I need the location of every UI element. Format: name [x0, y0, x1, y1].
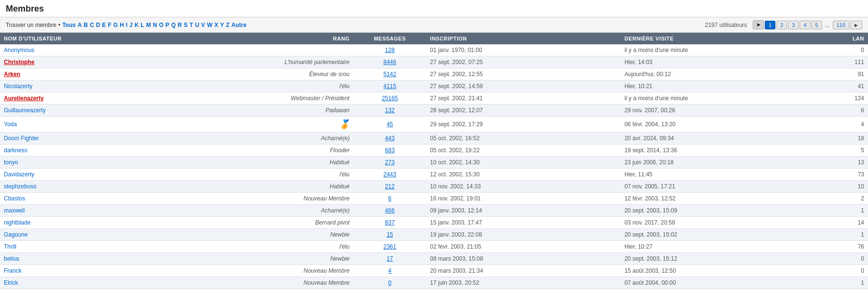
username-link[interactable]: Arken	[4, 71, 20, 78]
username-link[interactable]: Anonymous	[4, 47, 34, 53]
username-link[interactable]: Aurelienazerty	[4, 95, 44, 102]
last-page-button[interactable]: 110	[833, 21, 849, 29]
filter-i[interactable]: I	[126, 22, 127, 28]
table-row: Thrilll'élu236102 févr. 2003, 21:05Hier,…	[0, 241, 868, 253]
cell-inscription: 09 janv. 2003, 12:14	[426, 205, 621, 217]
next-page-button[interactable]: ►	[850, 21, 862, 29]
filter-tous[interactable]: Tous	[62, 22, 76, 28]
messages-link[interactable]: 0	[388, 279, 392, 286]
filter-y[interactable]: Y	[220, 22, 224, 28]
cell-inscription: 27 sept. 2002, 21:41	[426, 93, 621, 105]
cell-inscription: 02 févr. 2003, 21:05	[426, 241, 621, 253]
messages-link[interactable]: 443	[385, 135, 394, 142]
filter-l[interactable]: L	[141, 22, 144, 28]
messages-link[interactable]: 17	[387, 255, 393, 262]
filter-h[interactable]: H	[120, 22, 124, 28]
table-header-row: NOM D'UTILISATEUR RANG MESSAGES INSCRIPT…	[0, 33, 868, 44]
messages-link[interactable]: 5142	[383, 71, 396, 78]
username-link[interactable]: tonyo	[4, 159, 18, 166]
filter-g[interactable]: G	[113, 22, 118, 28]
filter-u[interactable]: U	[195, 22, 199, 28]
cell-lan: 124	[815, 93, 868, 105]
filter-d[interactable]: D	[96, 22, 100, 28]
filter-j[interactable]: J	[129, 22, 133, 28]
filter-x[interactable]: X	[214, 22, 218, 28]
messages-link[interactable]: 837	[385, 219, 394, 226]
cell-last-visit: Hier, 10:21	[621, 80, 815, 93]
members-table: NOM D'UTILISATEUR RANG MESSAGES INSCRIPT…	[0, 33, 868, 289]
filter-p[interactable]: P	[165, 22, 169, 28]
username-link[interactable]: Nicolazerty	[4, 83, 32, 90]
cell-rank	[159, 44, 353, 56]
filter-v[interactable]: V	[201, 22, 205, 28]
messages-link[interactable]: 4	[388, 267, 392, 274]
filter-c[interactable]: C	[90, 22, 94, 28]
username-link[interactable]: Elrick	[4, 279, 18, 286]
cell-last-visit: 20 sept. 2003, 15:09	[621, 205, 815, 217]
username-link[interactable]: Doom Fighter	[4, 135, 39, 142]
messages-link[interactable]: 6	[388, 195, 392, 202]
filter-f[interactable]: F	[108, 22, 111, 28]
filter-k[interactable]: K	[135, 22, 139, 28]
messages-link[interactable]: 25165	[382, 95, 398, 102]
username-link[interactable]: maxwell	[4, 207, 25, 214]
filter-n[interactable]: N	[153, 22, 157, 28]
filter-autre[interactable]: Autre	[231, 22, 246, 28]
username-link[interactable]: Guillaumeazerty	[4, 107, 46, 114]
messages-link[interactable]: 4115	[383, 83, 396, 90]
cell-username: belisa	[0, 253, 159, 265]
filter-e[interactable]: E	[102, 22, 106, 28]
page-1-button[interactable]: 1	[765, 21, 775, 29]
messages-link[interactable]: 45	[387, 121, 393, 128]
messages-link[interactable]: 128	[385, 47, 394, 53]
messages-link[interactable]: 2443	[383, 171, 396, 178]
username-link[interactable]: Yoda	[4, 121, 17, 128]
filter-t[interactable]: T	[190, 22, 193, 28]
messages-link[interactable]: 132	[385, 107, 394, 114]
cell-username: Cbastos	[0, 193, 159, 205]
messages-link[interactable]: 466	[385, 207, 394, 214]
username-link[interactable]: Christophe	[4, 59, 34, 66]
member-search-bar: Trouver un membre • Tous A B C D E F G H…	[6, 22, 246, 28]
cell-messages: 443	[353, 132, 426, 145]
page-5-button[interactable]: 5	[812, 21, 822, 29]
cell-rank: Padawan	[159, 105, 353, 117]
messages-link[interactable]: 212	[385, 183, 394, 190]
username-link[interactable]: belisa	[4, 255, 19, 262]
username-link[interactable]: Gagoune	[4, 231, 27, 238]
filter-q[interactable]: Q	[171, 22, 176, 28]
filter-s[interactable]: S	[184, 22, 188, 28]
goto-page-button[interactable]: ➤	[753, 20, 764, 29]
cell-lan: 4	[815, 117, 868, 132]
filter-o[interactable]: O	[159, 22, 163, 28]
page-4-button[interactable]: 4	[800, 21, 810, 29]
username-link[interactable]: Thrill	[4, 243, 16, 250]
cell-inscription: 20 mars 2003, 21:34	[426, 265, 621, 277]
username-link[interactable]: Cbastos	[4, 195, 25, 202]
username-link[interactable]: Franck	[4, 267, 22, 274]
cell-messages: 25165	[353, 93, 426, 105]
username-link[interactable]: Davidazerty	[4, 171, 34, 178]
filter-b[interactable]: B	[84, 22, 88, 28]
filter-m[interactable]: M	[146, 22, 151, 28]
messages-link[interactable]: 15	[387, 231, 393, 238]
cell-lan: 73	[815, 169, 868, 181]
page-3-button[interactable]: 3	[788, 21, 799, 29]
cell-lan: 0	[815, 253, 868, 265]
filter-w[interactable]: W	[207, 22, 212, 28]
messages-link[interactable]: 2361	[383, 243, 396, 250]
table-row: Davidazertyl'élu244312 oct. 2002, 15:30H…	[0, 169, 868, 181]
username-link[interactable]: nightblade	[4, 219, 30, 226]
filter-z[interactable]: Z	[226, 22, 229, 28]
messages-link[interactable]: 683	[385, 147, 394, 154]
username-link[interactable]: darkness	[4, 147, 27, 154]
username-link[interactable]: stephzeboss	[4, 183, 36, 190]
messages-link[interactable]: 8446	[383, 59, 396, 66]
toolbar: Trouver un membre • Tous A B C D E F G H…	[0, 17, 868, 33]
filter-a[interactable]: A	[78, 22, 82, 28]
header-lan: LAN	[815, 33, 868, 44]
page-2-button[interactable]: 2	[776, 21, 787, 29]
filter-r[interactable]: R	[177, 22, 182, 28]
cell-lan: 1	[815, 277, 868, 289]
messages-link[interactable]: 273	[385, 159, 394, 166]
